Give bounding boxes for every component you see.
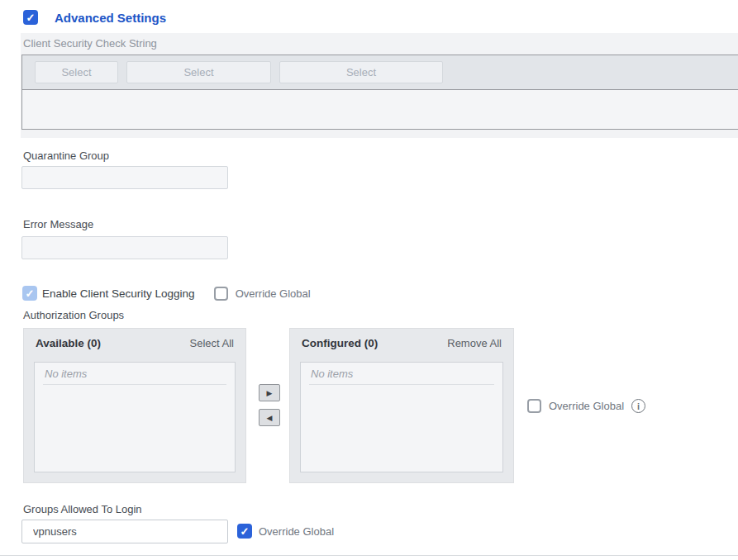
client-security-check-label: Client Security Check String (23, 37, 157, 50)
select-all-button[interactable]: Select All (190, 337, 234, 349)
available-groups-header: Available (0) Select All (36, 337, 234, 349)
available-count-label: Available (0) (36, 337, 101, 349)
info-icon[interactable]: i (631, 399, 645, 413)
move-left-button[interactable]: ◀ (259, 409, 280, 426)
groups-allowed-label: Groups Allowed To Login (23, 503, 142, 515)
available-groups-panel: Available (0) Select All No items (23, 328, 246, 483)
select-dropdown-1[interactable]: Select (35, 61, 118, 83)
check-icon: ✓ (26, 12, 36, 23)
error-message-input[interactable] (21, 236, 228, 259)
error-message-label: Error Message (23, 218, 93, 230)
authorization-override-global-label: Override Global (549, 400, 624, 412)
logging-override-global-checkbox[interactable] (214, 287, 228, 301)
groups-allowed-input[interactable] (21, 520, 228, 543)
quarantine-group-label: Quarantine Group (23, 149, 109, 162)
bottom-divider (0, 555, 738, 556)
select-dropdown-3[interactable]: Select (279, 61, 443, 83)
configured-groups-list[interactable]: No items (300, 362, 503, 472)
enable-client-security-logging-checkbox[interactable]: ✓ (22, 286, 37, 301)
configured-empty-message: No items (309, 367, 494, 385)
move-right-button[interactable]: ▶ (259, 384, 280, 401)
groups-override-global-checkbox[interactable]: ✓ (237, 524, 252, 539)
available-groups-list[interactable]: No items (34, 362, 236, 472)
expression-editor-box: Select Select Select (21, 55, 738, 130)
enable-client-security-logging-label: Enable Client Security Logging (42, 287, 195, 300)
client-security-check-panel: Client Security Check String Select Sele… (21, 33, 738, 138)
arrow-right-icon: ▶ (267, 389, 273, 397)
logging-override-global-label: Override Global (236, 287, 311, 300)
groups-override-global-label: Override Global (259, 525, 334, 538)
configured-groups-panel: Configured (0) Remove All No items (289, 328, 514, 483)
info-icon-glyph: i (637, 401, 640, 411)
groups-override-row: ✓ Override Global (237, 524, 334, 539)
remove-all-button[interactable]: Remove All (447, 337, 502, 349)
configured-count-label: Configured (0) (302, 337, 378, 349)
configured-groups-header: Configured (0) Remove All (302, 337, 502, 349)
authorization-override-global-checkbox[interactable] (527, 399, 541, 413)
advanced-settings-label[interactable]: Advanced Settings (55, 11, 166, 25)
check-icon: ✓ (26, 288, 35, 299)
advanced-settings-page: ✓ Advanced Settings Client Security Chec… (0, 0, 738, 560)
advanced-settings-row: ✓ Advanced Settings (23, 10, 166, 25)
authorization-override-row: Override Global i (527, 399, 645, 413)
expression-textarea[interactable] (22, 90, 738, 129)
arrow-left-icon: ◀ (267, 414, 273, 422)
available-empty-message: No items (43, 367, 226, 385)
select-dropdown-2[interactable]: Select (126, 61, 271, 83)
authorization-groups-label: Authorization Groups (23, 309, 124, 321)
check-icon: ✓ (240, 526, 250, 537)
expression-toolbar: Select Select Select (22, 55, 738, 90)
quarantine-group-input[interactable] (21, 166, 228, 189)
advanced-settings-checkbox[interactable]: ✓ (23, 10, 38, 25)
client-security-logging-row: ✓ Enable Client Security Logging Overrid… (22, 286, 311, 301)
